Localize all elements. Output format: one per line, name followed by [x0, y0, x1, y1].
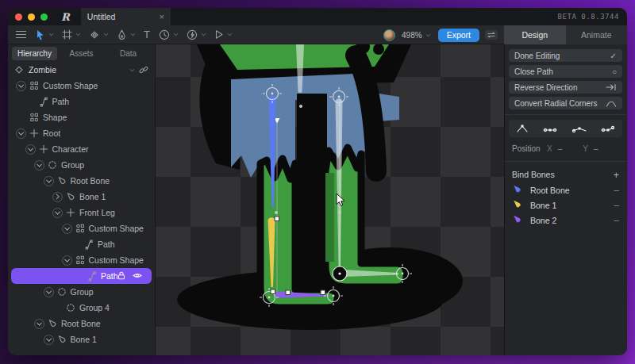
tree-label: Path [101, 271, 118, 281]
caret-down-icon[interactable] [52, 208, 63, 218]
bone-icon [64, 192, 77, 201]
reverse-icon [606, 83, 617, 91]
shapes-tool[interactable] [89, 29, 108, 40]
visibility-eye-icon[interactable] [133, 271, 142, 281]
lock-icon[interactable] [117, 271, 125, 282]
caret-down-icon[interactable] [34, 160, 44, 171]
convert-radial-corners-button[interactable]: Convert Radial Corners [509, 97, 622, 109]
remove-bone-button[interactable]: – [614, 200, 619, 211]
sidebar-tab-assets[interactable]: Assets [59, 47, 104, 60]
caret-right-icon[interactable] [52, 192, 63, 202]
tree-row-root[interactable]: Root [8, 125, 155, 141]
events-tool[interactable] [187, 29, 206, 40]
artboard-tool[interactable] [62, 29, 80, 40]
tree-row-front-leg[interactable]: Front Leg [8, 205, 155, 220]
selected-joint-marker[interactable] [333, 266, 347, 281]
remove-bone-button[interactable]: – [614, 185, 619, 196]
caret-down-icon[interactable] [34, 319, 44, 329]
export-button[interactable]: Export [438, 29, 479, 42]
text-tool[interactable]: T [144, 29, 150, 40]
tree-row-bone-1[interactable]: Bone 1 [8, 189, 155, 205]
tree-row-custom-shape[interactable]: Custom Shape [8, 220, 155, 236]
bound-bone-row[interactable]: Bone 2– [505, 213, 626, 228]
tree-row-path[interactable]: Path [8, 94, 155, 109]
file-tab[interactable]: Untitled × [81, 8, 171, 25]
select-tool[interactable] [35, 29, 53, 40]
tree-row-path[interactable]: Path [11, 268, 152, 284]
time-tool[interactable] [159, 29, 178, 40]
tree-row-group[interactable]: Group [8, 157, 155, 173]
pen-icon [117, 29, 127, 40]
asymmetric-vertex-icon[interactable] [600, 124, 616, 133]
tree-row-character[interactable]: Character [8, 141, 155, 157]
user-avatar[interactable] [383, 29, 395, 41]
button-label: Convert Radial Corners [514, 99, 606, 108]
bound-bone-row[interactable]: Bone 1– [505, 197, 626, 213]
shape-icon [28, 113, 40, 122]
mode-tab-animate[interactable]: Animate [566, 25, 628, 44]
caret-down-icon[interactable] [16, 128, 26, 139]
caret-down-icon[interactable] [25, 144, 36, 155]
tree-row-path[interactable]: Path [8, 236, 155, 252]
corner-vertex-icon[interactable] [515, 124, 529, 133]
caret-down-icon[interactable] [44, 176, 54, 186]
traffic-lights [8, 13, 48, 21]
done-editing-button[interactable]: Done Editing✓ [509, 49, 622, 62]
remove-bone-button[interactable]: – [614, 215, 619, 226]
close-window-button[interactable] [15, 13, 22, 21]
zoom-level-value: 498% [402, 31, 422, 40]
right-leg-shade [325, 173, 334, 262]
artboard-row[interactable]: Zombie [8, 62, 155, 78]
caret-down-icon[interactable] [16, 81, 26, 91]
canvas[interactable] [156, 44, 504, 355]
tree-row-custom-shape[interactable]: Custom Shape [8, 252, 155, 268]
caret-down-icon[interactable] [62, 224, 72, 234]
caret-spacer [74, 271, 84, 282]
stage[interactable] [156, 44, 504, 355]
play-tool[interactable] [214, 29, 232, 40]
tree-row-custom-shape[interactable]: Custom Shape [8, 78, 155, 94]
chevron-down-icon[interactable] [104, 32, 109, 36]
position-x-value[interactable]: – [558, 144, 563, 153]
text-tool-icon: T [144, 29, 150, 40]
add-bone-button[interactable]: + [613, 169, 619, 181]
mode-tab-design[interactable]: Design [504, 25, 566, 44]
straight-vertex-icon[interactable] [572, 124, 587, 133]
mirrored-vertex-icon[interactable] [542, 124, 558, 133]
artboard-icon [14, 65, 24, 75]
sidebar-tabs: HierarchyAssetsData [8, 44, 155, 62]
chevron-down-icon[interactable] [130, 67, 135, 71]
chevron-down-icon[interactable] [49, 32, 54, 36]
layout-toggle-icon[interactable] [485, 30, 498, 40]
chevron-down-icon[interactable] [131, 32, 136, 36]
tree-row-group-4[interactable]: Group 4 [8, 300, 155, 316]
chevron-down-icon[interactable] [174, 32, 179, 36]
sidebar-tab-data[interactable]: Data [106, 47, 151, 60]
position-y-value[interactable]: – [594, 144, 598, 153]
chevron-down-icon[interactable] [228, 32, 233, 36]
chevron-down-icon[interactable] [202, 32, 206, 36]
bound-bone-row[interactable]: Root Bone– [505, 182, 626, 197]
tree-row-root-bone[interactable]: Root Bone [8, 173, 155, 189]
frame-icon [62, 29, 72, 40]
tree-row-root-bone[interactable]: Root Bone [8, 316, 155, 331]
zoom-level-select[interactable]: 498% [402, 31, 430, 40]
chevron-down-icon[interactable] [76, 32, 81, 36]
tree-label: Bone 1 [71, 335, 97, 344]
tree-row-shape[interactable]: Shape [8, 109, 155, 125]
minimize-window-button[interactable] [28, 13, 35, 21]
caret-down-icon[interactable] [44, 287, 54, 297]
pen-tool[interactable] [117, 29, 135, 40]
tree-row-group[interactable]: Group [8, 284, 155, 300]
caret-down-icon[interactable] [44, 335, 54, 345]
close-path-button[interactable]: Close Path○ [509, 65, 622, 78]
tab-close-icon[interactable]: × [159, 12, 164, 21]
reverse-direction-button[interactable]: Reverse Direction [509, 81, 622, 94]
caret-down-icon[interactable] [62, 255, 72, 266]
zoom-window-button[interactable] [40, 13, 48, 21]
sidebar-tab-hierarchy[interactable]: Hierarchy [12, 47, 57, 60]
menu-icon[interactable] [16, 31, 26, 39]
bone-name: Bone 1 [530, 201, 614, 210]
tree-row-bone-1[interactable]: Bone 1 [8, 331, 155, 347]
link-icon[interactable] [139, 65, 148, 75]
